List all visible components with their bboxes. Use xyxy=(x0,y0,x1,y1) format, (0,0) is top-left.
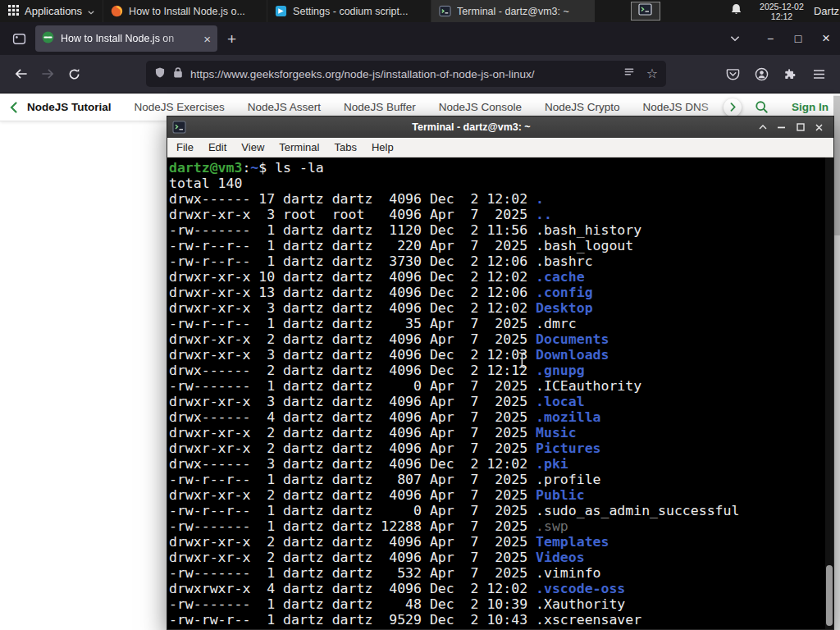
browser-scrollbar[interactable] xyxy=(833,94,840,630)
url-bar[interactable]: https://www.geeksforgeeks.org/node-js/in… xyxy=(146,61,666,87)
file-name: Pictures xyxy=(536,441,600,456)
file-name: .viminfo xyxy=(536,565,600,581)
file-name: Music xyxy=(536,425,577,441)
mouse-ibeam-cursor xyxy=(517,351,528,372)
file-name: .vscode-oss xyxy=(536,581,625,596)
bookmark-star-icon[interactable]: ☆ xyxy=(646,67,658,80)
site-nav-item[interactable]: NodeJS Console xyxy=(439,101,522,113)
terminal-menu-bar: FileEditViewTerminalTabsHelp xyxy=(167,138,833,158)
terminal-close-button[interactable] xyxy=(810,116,829,138)
terminal-menu-tabs[interactable]: Tabs xyxy=(326,138,363,157)
list-all-tabs-button[interactable] xyxy=(725,30,745,47)
terminal-menu-file[interactable]: File xyxy=(169,138,201,157)
prompt-command: ls -la xyxy=(275,160,324,176)
nav-scroll-right-button[interactable] xyxy=(724,98,742,116)
panel-clock[interactable]: 2025-12-02 12:12 xyxy=(755,2,809,21)
applications-grid-icon xyxy=(8,5,19,18)
notifications-button[interactable] xyxy=(729,2,743,20)
terminal-menu-view[interactable]: View xyxy=(234,138,272,157)
reload-button[interactable] xyxy=(61,61,87,87)
applications-menu-button[interactable]: Applications xyxy=(0,0,103,22)
firefox-icon xyxy=(111,5,123,17)
firefox-window-controls: − □ × xyxy=(756,22,840,55)
terminal-scrollbar[interactable] xyxy=(825,158,833,629)
forward-button[interactable] xyxy=(34,61,61,87)
terminal-menu-terminal[interactable]: Terminal xyxy=(272,138,326,157)
lock-icon[interactable] xyxy=(173,66,183,82)
terminal-scrollbar-handle[interactable] xyxy=(826,565,833,626)
terminal-menu-help[interactable]: Help xyxy=(364,138,401,157)
terminal-output[interactable]: dartz@vm3:~$ ls -la total 140 drwx------… xyxy=(167,158,833,628)
new-tab-button[interactable]: + xyxy=(227,31,236,47)
file-name: .gnupg xyxy=(536,363,585,378)
geeksforgeeks-favicon xyxy=(42,31,54,47)
panel-task-codium[interactable]: Settings - codium script... xyxy=(267,0,431,22)
panel-task-terminal[interactable]: Terminal - dartz@vm3: ~ xyxy=(431,0,595,22)
terminal-title-bar[interactable]: Terminal - dartz@vm3: ~ xyxy=(167,116,833,138)
terminal-window: Terminal - dartz@vm3: ~ FileEditViewTerm… xyxy=(167,116,834,630)
urlbar-right-icons: ☆ xyxy=(623,66,658,81)
panel-task-firefox[interactable]: How to Install Node.js o... xyxy=(103,0,267,22)
file-name: .profile xyxy=(536,472,600,487)
search-icon[interactable] xyxy=(755,100,769,114)
file-name: .swp xyxy=(536,518,568,534)
tray-terminal-icon xyxy=(638,3,652,19)
site-nav-item[interactable]: NodeJS Buffer xyxy=(344,101,416,113)
file-name: Templates xyxy=(536,534,609,550)
minimize-button[interactable]: − xyxy=(756,22,784,55)
browser-tab[interactable]: How to Install Node.js on × xyxy=(35,25,217,52)
file-name: Public xyxy=(536,487,585,503)
terminal-window-title: Terminal - dartz@vm3: ~ xyxy=(189,121,753,133)
file-name: . xyxy=(536,191,544,207)
file-name: Downloads xyxy=(536,347,609,363)
clock-date: 2025-12-02 xyxy=(755,2,809,11)
account-icon[interactable] xyxy=(749,62,774,86)
reader-mode-icon[interactable] xyxy=(623,66,635,81)
file-name: .xscreensaver xyxy=(536,612,641,628)
menu-icon[interactable] xyxy=(806,62,831,86)
chevron-down-icon xyxy=(88,5,94,17)
firefox-view-button[interactable] xyxy=(8,28,30,50)
extensions-icon[interactable] xyxy=(778,62,802,86)
bell-icon xyxy=(729,2,743,20)
file-name: .sudo_as_admin_successful xyxy=(536,503,739,518)
pocket-icon[interactable] xyxy=(720,62,745,86)
tracking-shield-icon[interactable] xyxy=(154,66,166,82)
maximize-button[interactable]: □ xyxy=(784,22,812,55)
close-button[interactable]: × xyxy=(812,22,840,55)
shade-button[interactable] xyxy=(753,116,772,138)
file-name: .Xauthority xyxy=(536,596,625,612)
tray-terminal-button[interactable] xyxy=(631,2,660,21)
file-name: .bashrc xyxy=(536,253,593,269)
file-name: .config xyxy=(536,285,593,300)
back-button[interactable] xyxy=(8,61,34,87)
codium-icon xyxy=(275,5,287,17)
task-label: How to Install Node.js o... xyxy=(129,6,245,17)
terminal-minimize-button[interactable] xyxy=(772,116,791,138)
terminal-menu-edit[interactable]: Edit xyxy=(201,138,234,157)
site-nav-item[interactable]: NodeJS Tutorial xyxy=(27,101,112,113)
file-name: .local xyxy=(536,394,585,409)
applications-label: Applications xyxy=(25,5,82,17)
nav-scroll-left-button[interactable] xyxy=(10,102,17,113)
site-nav-item[interactable]: NodeJS Exercises xyxy=(135,101,225,113)
file-name: .cache xyxy=(536,269,585,285)
panel-user-label: Dartz xyxy=(814,5,839,17)
terminal-maximize-button[interactable] xyxy=(791,116,810,138)
task-label: Settings - codium script... xyxy=(293,6,408,17)
toolbar-right-icons xyxy=(720,62,835,86)
site-nav-item[interactable]: NodeJS Crypto xyxy=(545,101,620,113)
file-name: Videos xyxy=(536,550,585,565)
terminal-app-icon xyxy=(172,121,186,134)
site-nav-item[interactable]: NodeJS Assert xyxy=(248,101,321,113)
file-name: .. xyxy=(536,207,552,222)
sign-in-button[interactable]: Sign In xyxy=(792,101,829,113)
file-name: Documents xyxy=(536,331,609,347)
file-name: Desktop xyxy=(536,300,593,316)
file-name: .bash_history xyxy=(536,222,641,238)
tab-close-icon[interactable]: × xyxy=(203,33,211,45)
browser-scrollbar-handle[interactable] xyxy=(833,96,840,235)
terminal-window-controls xyxy=(753,116,829,138)
terminal-screen[interactable]: dartz@vm3:~$ ls -la total 140 drwx------… xyxy=(167,158,833,629)
file-name: .pki xyxy=(536,456,568,472)
